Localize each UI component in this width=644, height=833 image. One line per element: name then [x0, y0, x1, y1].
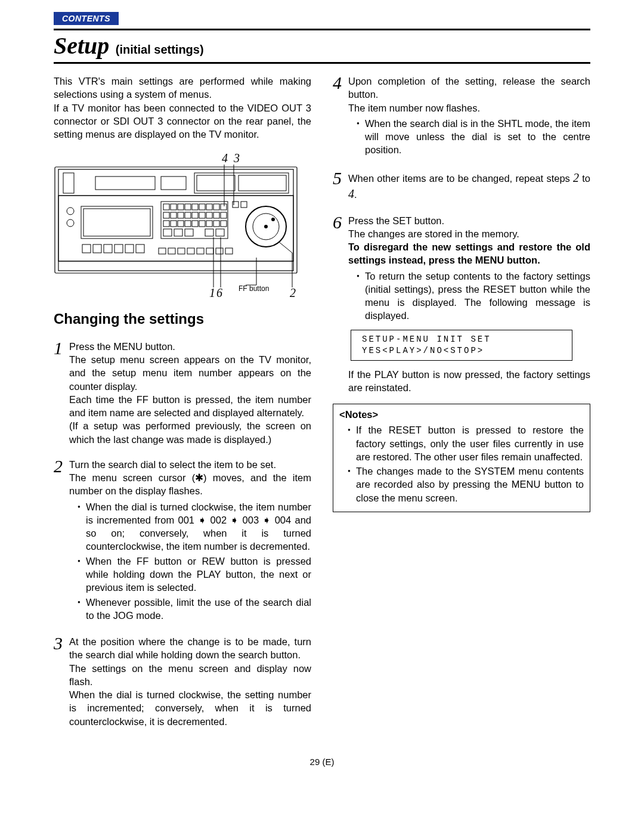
svg-rect-35 [178, 221, 184, 227]
svg-rect-37 [192, 221, 198, 227]
svg-rect-60 [168, 248, 175, 254]
svg-rect-64 [206, 248, 213, 254]
contents-tab[interactable]: CONTENTS [54, 12, 119, 25]
vtr-illustration [54, 165, 298, 290]
step-6: 6 Press the SET button. The changes are … [333, 214, 590, 324]
step2-bullet1: When the dial is turned clockwise, the i… [78, 500, 311, 553]
title-setup: Setup [54, 32, 109, 59]
svg-rect-17 [178, 204, 184, 210]
svg-rect-36 [185, 221, 191, 227]
step5-text-c: to [579, 173, 590, 184]
device-figure: 4 3 1 6 2 FF button [54, 153, 298, 299]
svg-rect-7 [197, 175, 235, 191]
step-3: 3 At the position where the change is to… [54, 635, 311, 728]
step-4: 4 Upon completion of the setting, releas… [333, 75, 590, 158]
svg-rect-65 [216, 248, 223, 254]
step-num-1: 1 [54, 340, 66, 446]
svg-rect-23 [221, 204, 227, 210]
notes-item-1: If the RESET button is pressed to restor… [348, 423, 584, 463]
svg-rect-25 [171, 212, 177, 218]
svg-rect-11 [83, 209, 150, 236]
step6-p2: The changes are stored in the memory. [348, 227, 590, 240]
step1-p1: Press the MENU button. [69, 340, 311, 353]
svg-rect-40 [213, 221, 219, 227]
svg-rect-45 [205, 229, 213, 236]
svg-rect-53 [82, 244, 91, 253]
step3-p2: The settings on the menu screen and disp… [69, 662, 311, 689]
svg-point-13 [67, 219, 74, 227]
svg-rect-39 [206, 221, 212, 227]
svg-rect-55 [104, 244, 112, 253]
svg-rect-46 [216, 229, 224, 236]
step2-bullet2: When the FF button or REW button is pres… [78, 555, 311, 594]
step3-p1: At the position where the change is to b… [69, 635, 311, 662]
svg-rect-6 [194, 173, 289, 193]
after-screen-text: If the PLAY button is now pressed, the f… [333, 368, 590, 395]
svg-rect-52 [241, 202, 247, 208]
step4-p2: The item number now flashes. [348, 101, 590, 114]
svg-rect-19 [192, 204, 198, 210]
step-num-3: 3 [54, 635, 66, 728]
svg-rect-14 [161, 202, 228, 239]
callout-4: 4 [222, 150, 228, 166]
step3-p3: When the dial is turned clockwise, the s… [69, 688, 311, 728]
svg-rect-27 [185, 212, 191, 218]
svg-rect-30 [206, 212, 212, 218]
step6-p1: Press the SET button. [348, 214, 590, 227]
right-column: 4 Upon completion of the setting, releas… [333, 75, 590, 740]
step-num-6: 6 [333, 214, 345, 324]
svg-rect-66 [225, 248, 233, 254]
notes-item-2: The changes made to the SYSTEM menu cont… [348, 465, 584, 504]
callout-3: 3 [234, 150, 240, 166]
step-num-2: 2 [54, 458, 66, 623]
svg-rect-24 [163, 212, 169, 218]
svg-rect-57 [125, 244, 134, 253]
svg-rect-62 [187, 248, 194, 254]
step-num-4: 4 [333, 75, 345, 158]
step-2: 2 Turn the search dial to select the ite… [54, 458, 311, 623]
svg-rect-20 [199, 204, 205, 210]
step1-p2: The setup menu screen appears on the TV … [69, 353, 311, 393]
svg-rect-22 [213, 204, 219, 210]
svg-rect-63 [197, 248, 204, 254]
svg-rect-8 [239, 175, 286, 191]
svg-rect-54 [93, 244, 101, 253]
step6-bullet1: To return the setup contents to the fact… [357, 270, 590, 323]
svg-rect-31 [213, 212, 219, 218]
step-1: 1 Press the MENU button. The setup menu … [54, 340, 311, 446]
step2-bullet3: Whenever possible, limit the use of the … [78, 596, 311, 623]
step-num-5: 5 [333, 170, 345, 202]
svg-rect-56 [114, 244, 123, 253]
svg-rect-38 [199, 221, 205, 227]
svg-rect-29 [199, 212, 205, 218]
svg-rect-3 [63, 173, 74, 193]
svg-rect-5 [161, 176, 186, 190]
step2-p1: Turn the search dial to select the item … [69, 458, 311, 471]
screen-line2: YES<PLAY>/NO<STOP> [362, 345, 561, 357]
step1-p3: Each time the FF button is pressed, the … [69, 393, 311, 420]
page-number: 29 (E) [54, 757, 590, 767]
notes-title: <Notes> [339, 408, 584, 421]
svg-rect-28 [192, 212, 198, 218]
svg-rect-33 [163, 221, 169, 227]
step5-ref-2: 2 [573, 171, 579, 184]
screen-message: SETUP-MENU INIT SET YES<PLAY>/NO<STOP> [351, 330, 572, 361]
svg-rect-58 [136, 244, 144, 253]
step2-p2: The menu screen cursor (✱) moves, and th… [69, 471, 311, 498]
screen-line1: SETUP-MENU INIT SET [362, 334, 561, 345]
svg-rect-42 [163, 229, 172, 236]
step5-text-e: . [354, 189, 357, 200]
svg-point-50 [271, 218, 275, 221]
intro-text: This VTR's main settings are performed w… [54, 75, 311, 141]
step1-p4: (If a setup was performed previously, th… [69, 419, 311, 446]
svg-rect-43 [174, 229, 182, 236]
step5-text-a: When other items are to be changed, repe… [348, 173, 573, 184]
svg-rect-32 [221, 212, 227, 218]
title-subtitle: (initial settings) [116, 43, 204, 56]
notes-box: <Notes> If the RESET button is pressed t… [333, 404, 590, 512]
left-column: This VTR's main settings are performed w… [54, 75, 311, 740]
svg-rect-21 [206, 204, 212, 210]
step5-ref-4: 4 [348, 187, 354, 200]
step-5: 5 When other items are to be changed, re… [333, 170, 590, 202]
step4-p1: Upon completion of the setting, release … [348, 75, 590, 101]
